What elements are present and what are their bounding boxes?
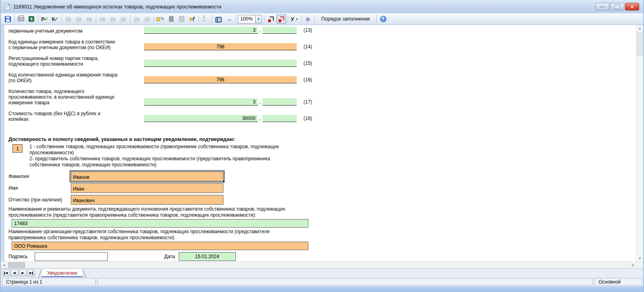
row-14-number: (14) [303, 44, 312, 50]
save-button[interactable] [3, 14, 12, 24]
surname-field[interactable]: Иванов [71, 172, 223, 181]
add-section-button[interactable]: ▤+ [64, 14, 73, 24]
row-13-label: первичным учетным документом [8, 28, 144, 34]
goto-button[interactable]: → [224, 14, 234, 24]
help-button[interactable]: ? [378, 14, 388, 24]
row-17-number: (17) [303, 99, 312, 106]
decimal-comma: , [258, 99, 262, 106]
print-button[interactable] [16, 14, 26, 24]
close-button[interactable]: × [625, 3, 639, 10]
toolbar-separator [62, 15, 62, 23]
row-15-value-field[interactable] [144, 60, 297, 67]
patronymic-field[interactable]: Иванович [71, 195, 223, 205]
copy-page-button[interactable]: ▤+ [108, 14, 118, 24]
copy-section-icon: ▤+ [76, 17, 82, 22]
row-13-fraction-field[interactable] [262, 27, 297, 34]
sort-button[interactable]: Ая↓ [200, 14, 210, 24]
field-format-button[interactable]: f [187, 14, 197, 24]
row-17-fields: 3 , [144, 98, 297, 106]
scroll-down-button[interactable]: ∨ [636, 255, 643, 261]
last-sheet-button[interactable]: ▶ [27, 269, 35, 276]
add-row-icon: ▤+ [134, 17, 140, 22]
scroll-right-button[interactable]: > [630, 262, 636, 268]
settings-button[interactable]: ∗ [303, 14, 313, 24]
scrollbar-corner [636, 262, 643, 269]
toolbar-separator [264, 15, 264, 23]
horizontal-scroll-thumb[interactable] [8, 262, 25, 268]
toolbar-separator [235, 15, 236, 23]
next-sheet-button[interactable]: ▶ [19, 269, 27, 276]
window-controls: × [595, 3, 641, 10]
copy-section-button[interactable]: ▤+ [74, 14, 84, 24]
vertical-scroll-thumb[interactable] [637, 33, 643, 56]
representative-org-field[interactable]: ООО Ромашка [12, 242, 308, 250]
date-field[interactable]: 15.01.2024 [179, 252, 236, 261]
scroll-left-button[interactable]: < [1, 262, 8, 268]
excel-export-button[interactable]: X [27, 14, 36, 24]
form-page: первичным учетным документом 3 , (13) Ко… [4, 25, 636, 261]
zoom-dropdown-button[interactable]: ▼ [255, 15, 262, 23]
tab-uvedomlenie[interactable]: Уведомление [42, 269, 82, 277]
form-view-button[interactable] [277, 14, 286, 24]
form-nav-button[interactable] [266, 14, 276, 24]
document-authority-field[interactable]: 17483 [12, 219, 308, 228]
find-button[interactable] [214, 14, 223, 24]
minimize-button[interactable] [595, 3, 609, 10]
fill-order-button[interactable]: Порядок заполнения [317, 14, 374, 23]
vertical-scrollbar[interactable]: ∧ ∨ [636, 25, 643, 261]
tab-right-slant [83, 269, 86, 278]
light-rectangle-icon [179, 16, 184, 22]
previous-sheet-button[interactable]: ◀ [10, 269, 18, 276]
zoom-select[interactable]: 100% ▼ [238, 15, 262, 23]
sheet-tab-bar: ◀ ◀ ▶ ▶ Уведомление [1, 268, 643, 277]
row-17-fraction-field[interactable] [262, 98, 297, 106]
confirm-code-field[interactable]: 1 [12, 144, 23, 153]
printer-icon [18, 17, 24, 21]
signature-label: Подпись [8, 254, 35, 259]
delete-row-button[interactable]: ▤× [142, 14, 152, 24]
vertical-scroll-track[interactable] [636, 32, 643, 255]
check-icon: ✓ [44, 16, 48, 22]
form-content-area: первичным учетным документом 3 , (13) Ко… [1, 25, 643, 261]
delete-section-button[interactable]: ▤× [85, 14, 94, 24]
delete-page-button[interactable]: ▤× [119, 14, 128, 24]
scroll-up-button[interactable]: ∧ [636, 25, 643, 32]
control-ratios-button[interactable]: К✓ [50, 14, 60, 24]
edit-field-button[interactable]: ✎ [156, 14, 165, 24]
toolbar-separator [38, 15, 38, 23]
active-tab-underline [41, 276, 83, 277]
row-16-number: (16) [303, 77, 312, 83]
mode-status: Основной [594, 278, 642, 286]
toolbar-separator [14, 15, 14, 23]
signature-field[interactable] [35, 252, 108, 261]
toolbar-separator [314, 15, 315, 23]
row-16-label: Код количественной единицы измерения тов… [8, 72, 144, 83]
maximize-button[interactable] [610, 3, 624, 10]
first-sheet-button[interactable]: ◀ [2, 269, 10, 276]
row-15-label: Регистрационный номер партии товара,подл… [8, 56, 144, 67]
title-bar[interactable]: 1169011 Уведомление об имеющихся остатка… [1, 0, 643, 13]
horizontal-scrollbar[interactable]: < > [1, 261, 643, 268]
pencil-icon: ✎ [161, 16, 165, 22]
form-row-16: Код количественной единицы измерения тов… [8, 72, 636, 83]
decimal-comma: , [258, 27, 262, 34]
copy-page-icon: ▤+ [110, 17, 116, 22]
row-17-value-field[interactable]: 3 [144, 98, 258, 106]
row-18-fraction-field[interactable] [262, 115, 297, 122]
row-16-value-field[interactable]: 796 [144, 76, 297, 83]
toolbar: X Р✓ К✓ ▤+ ▤+ ▤× ▤+ ▤+ ▤× ▤+ ▤× ✎ f Ая↓ … [1, 13, 643, 25]
add-page-button[interactable]: ▤+ [98, 14, 107, 24]
row-18-value-field[interactable]: 30000 [144, 115, 258, 122]
view-dark-button[interactable] [166, 14, 176, 24]
check-document-button[interactable]: Р✓ [40, 14, 50, 24]
row-13-value-field[interactable]: 3 [144, 27, 258, 34]
view-light-button[interactable] [177, 14, 186, 24]
u-dropdown-button[interactable]: У▼ [290, 14, 299, 24]
window-title: 1169011 Уведомление об имеющихся остатка… [13, 4, 221, 10]
row-14-value-field[interactable]: 796 [144, 43, 297, 50]
name-field[interactable]: Иван [71, 183, 223, 193]
row-13-fields: 3 , [144, 27, 297, 34]
confirm-options: 1 - собственник товаров, подлежащих прос… [29, 144, 279, 168]
add-section-icon: ▤+ [65, 17, 71, 22]
add-row-button[interactable]: ▤+ [132, 14, 142, 24]
